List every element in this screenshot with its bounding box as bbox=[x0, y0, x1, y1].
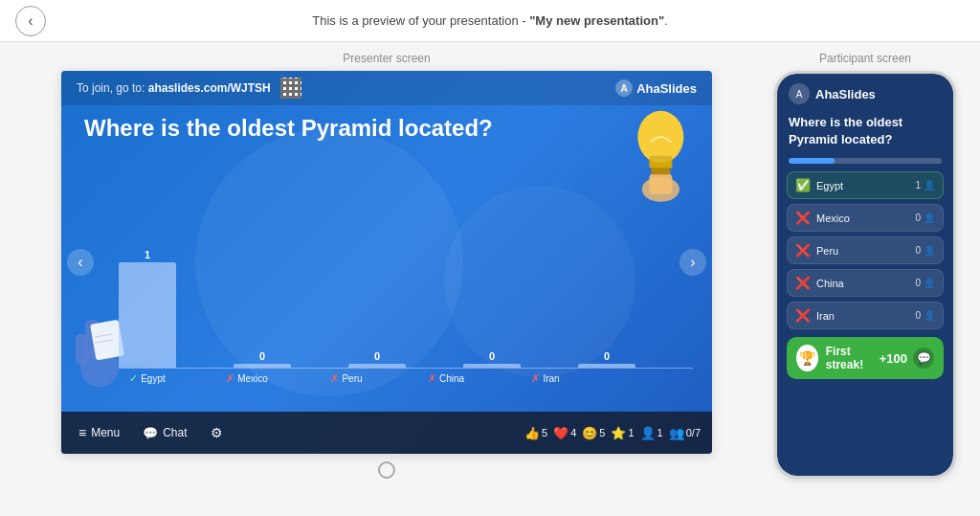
bar-egypt: 1 bbox=[119, 249, 176, 368]
people-icon-china: 👤 bbox=[924, 278, 935, 288]
back-button[interactable]: ‹ bbox=[15, 6, 46, 36]
reaction-thumbsup: 👍 5 bbox=[524, 426, 547, 440]
correct-icon-egypt: ✅ bbox=[795, 178, 811, 192]
ahaslides-logo: A AhaSlides bbox=[615, 79, 697, 97]
participant-section: Participant screen A AhaSlides Where is … bbox=[769, 52, 961, 479]
x-icon-peru: ✗ bbox=[330, 372, 339, 385]
answer-mexico[interactable]: ❌ Mexico 0 👤 bbox=[787, 204, 944, 232]
controls-left: ≡ Menu 💬 Chat ⚙ bbox=[73, 421, 229, 444]
answer-china[interactable]: ❌ China 0 👤 bbox=[787, 269, 944, 297]
reaction-person: 👤 1 bbox=[640, 426, 663, 440]
hamburger-icon: ≡ bbox=[78, 425, 86, 440]
presenter-section: Presenter screen To join, go to: ahaslid… bbox=[19, 52, 754, 479]
settings-button[interactable]: ⚙ bbox=[205, 421, 229, 444]
smile-icon: 😊 bbox=[582, 426, 597, 440]
qr-code-icon bbox=[280, 78, 301, 99]
slide-controls: ≡ Menu 💬 Chat ⚙ 👍 bbox=[61, 412, 712, 454]
svg-point-5 bbox=[637, 111, 683, 164]
streak-avatar: 🏆 bbox=[796, 345, 818, 371]
answer-peru[interactable]: ❌ Peru 0 👤 bbox=[787, 236, 944, 264]
phone-progress-bar bbox=[789, 158, 942, 164]
label-china: ✗ China bbox=[417, 372, 475, 385]
people-icon: 👤 bbox=[924, 180, 935, 191]
streak-title: First streak! bbox=[826, 345, 880, 371]
heart-icon: ❤️ bbox=[553, 426, 568, 440]
slide-inner: To join, go to: ahaslides.com/WJTSH A Ah… bbox=[61, 71, 712, 454]
bar-iran: 0 bbox=[578, 350, 635, 368]
controls-right: 👍 5 ❤️ 4 😊 5 ⭐ 1 bbox=[524, 426, 701, 440]
chat-button[interactable]: 💬 Chat bbox=[137, 422, 192, 444]
wrong-icon-mexico: ❌ bbox=[795, 211, 811, 225]
wrong-icon-iran: ❌ bbox=[795, 308, 811, 323]
bar-peru: 0 bbox=[348, 350, 406, 368]
presenter-label: Presenter screen bbox=[343, 52, 430, 65]
phone-header: A AhaSlides bbox=[777, 74, 953, 110]
person-icon: 👤 bbox=[640, 426, 656, 440]
join-info: To join, go to: ahaslides.com/WJTSH bbox=[77, 78, 301, 99]
next-slide-button[interactable]: › bbox=[679, 249, 706, 276]
svg-rect-4 bbox=[652, 168, 671, 175]
x-icon-china: ✗ bbox=[428, 372, 436, 385]
participant-label: Participant screen bbox=[819, 52, 911, 65]
star-icon: ⭐ bbox=[611, 426, 626, 440]
main-content: Presenter screen To join, go to: ahaslid… bbox=[0, 42, 980, 516]
lightbulb-decoration bbox=[597, 90, 693, 205]
chart-bars: 1 0 0 0 bbox=[119, 234, 693, 368]
prev-slide-button[interactable]: ‹ bbox=[67, 249, 94, 276]
answer-egypt[interactable]: ✅ Egypt 1 👤 bbox=[787, 171, 944, 199]
wrong-icon-peru: ❌ bbox=[795, 243, 811, 258]
preview-text: This is a preview of your presentation -… bbox=[312, 13, 667, 28]
join-text: To join, go to: ahaslides.com/WJTSH bbox=[77, 81, 271, 95]
phone-logo-icon: A bbox=[789, 83, 810, 104]
slide-indicator bbox=[378, 461, 395, 479]
settings-icon: ⚙ bbox=[211, 425, 223, 440]
top-bar: ‹ This is a preview of your presentation… bbox=[0, 0, 980, 42]
chart-area: 1 0 0 0 bbox=[119, 234, 693, 406]
label-egypt: ✓ Egypt bbox=[119, 372, 176, 385]
participant-count: 👥 0/7 bbox=[669, 426, 701, 440]
people-icon-iran: 👤 bbox=[924, 310, 935, 321]
wrong-icon-china: ❌ bbox=[795, 276, 811, 290]
label-mexico: ✗ Mexico bbox=[218, 372, 276, 385]
streak-points: +100 bbox=[880, 351, 907, 366]
phone-logo-text: AhaSlides bbox=[815, 87, 876, 101]
slide-topbar: To join, go to: ahaslides.com/WJTSH A Ah… bbox=[61, 71, 712, 105]
phone-answers: ✅ Egypt 1 👤 ❌ Mexico bbox=[777, 171, 953, 329]
presentation-name: "My new presentation" bbox=[529, 13, 664, 28]
join-url: ahaslides.com/WJTSH bbox=[148, 81, 271, 95]
x-icon-mexico: ✗ bbox=[226, 372, 234, 385]
menu-label: Menu bbox=[91, 426, 120, 439]
thumbsup-icon: 👍 bbox=[524, 426, 540, 440]
phone-inner: A AhaSlides Where is the oldest Pyramid … bbox=[777, 74, 953, 476]
phone-question: Where is the oldest Pyramid located? bbox=[777, 110, 953, 158]
streak-banner: 🏆 First streak! +100 💬 bbox=[787, 337, 944, 379]
answer-iran[interactable]: ❌ Iran 0 👤 bbox=[787, 302, 944, 329]
svg-rect-1 bbox=[649, 173, 672, 194]
chat-icon: 💬 bbox=[143, 426, 158, 440]
people-icon-mexico: 👤 bbox=[924, 213, 935, 223]
preview-label: This is a preview of your presentation - bbox=[312, 13, 529, 28]
streak-chat-icon[interactable]: 💬 bbox=[913, 348, 934, 369]
group-icon: 👥 bbox=[669, 426, 684, 440]
slide-question: Where is the oldest Pyramid located? bbox=[84, 113, 559, 143]
check-icon: ✓ bbox=[129, 372, 138, 385]
phone-mockup: A AhaSlides Where is the oldest Pyramid … bbox=[774, 71, 956, 479]
reaction-star: ⭐ 1 bbox=[611, 426, 634, 440]
chart-labels: ✓ Egypt ✗ Mexico ✗ Peru ✗ bbox=[119, 369, 693, 385]
x-icon-iran: ✗ bbox=[531, 372, 540, 385]
reaction-heart: ❤️ 4 bbox=[553, 426, 576, 440]
bar-mexico: 0 bbox=[234, 350, 291, 368]
label-peru: ✗ Peru bbox=[318, 372, 375, 385]
slide-wrapper: To join, go to: ahaslides.com/WJTSH A Ah… bbox=[61, 71, 712, 454]
reaction-smile: 😊 5 bbox=[582, 426, 605, 440]
people-icon-peru: 👤 bbox=[924, 245, 935, 256]
menu-button[interactable]: ≡ Menu bbox=[73, 421, 125, 444]
logo-icon: A bbox=[615, 79, 633, 97]
phone-progress-fill bbox=[789, 158, 835, 164]
label-iran: ✗ Iran bbox=[517, 372, 574, 385]
bar-china: 0 bbox=[463, 350, 521, 368]
chat-label: Chat bbox=[163, 426, 187, 439]
